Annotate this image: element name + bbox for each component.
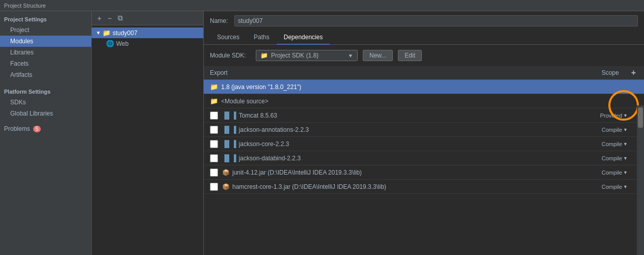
scope-dropdown-icon[interactable]: ▼	[623, 156, 628, 161]
scope-dropdown-icon[interactable]: ▼	[623, 170, 628, 175]
row-scope: Compile ▼	[587, 169, 628, 176]
title-bar: Project Structure	[0, 0, 644, 11]
library-icon: ▐▌▐	[222, 111, 236, 119]
row-text: jackson-databind-2.2.3	[239, 155, 587, 162]
tab-dependencies[interactable]: Dependencies	[277, 31, 330, 45]
sidebar-item-sdks[interactable]: SDKs	[0, 97, 91, 108]
tree-expand-arrow: ▼	[96, 30, 101, 36]
table-row[interactable]: 📦 hamcrest-core-1.3.jar (D:\IDEA\Intelli…	[204, 180, 644, 194]
new-button[interactable]: New...	[363, 50, 393, 61]
name-row: Name:	[204, 11, 644, 31]
tree-content: ▼ 📁 study007 🌐 Web	[92, 25, 203, 255]
tree-item-web[interactable]: 🌐 Web	[92, 38, 203, 49]
library-icon: ▐▌▐	[222, 140, 236, 148]
sidebar-item-global-libraries[interactable]: Global Libraries	[0, 108, 91, 119]
sdk-label: Module SDK:	[210, 52, 251, 59]
jar-icon: 📦	[222, 169, 230, 176]
table-row[interactable]: ▐▌▐ jackson-databind-2.2.3 Compile ▼	[204, 151, 644, 165]
web-icon: 🌐	[106, 40, 114, 47]
row-checkbox[interactable]	[210, 154, 218, 162]
scope-dropdown-icon[interactable]: ▼	[623, 113, 628, 118]
tree-remove-button[interactable]: −	[106, 14, 113, 23]
folder-icon: 📁	[210, 83, 218, 91]
row-checkbox[interactable]	[210, 168, 218, 177]
table-add-button[interactable]: +	[629, 68, 638, 77]
tree-add-button[interactable]: +	[96, 14, 103, 23]
tree-panel: + − ⧉ ▼ 📁 study007 🌐 Web	[92, 11, 204, 255]
jar-icon: 📦	[222, 183, 230, 190]
sidebar: Project Settings Project Modules Librari…	[0, 11, 92, 255]
tree-item-label: Web	[116, 40, 128, 47]
problems-label: Problems	[4, 125, 30, 132]
row-scope: Provided ▼	[587, 112, 628, 119]
table-row[interactable]: 📁 1.8 (java version "1.8.0_221")	[204, 80, 644, 94]
scrollbar-thumb[interactable]	[638, 107, 643, 128]
library-icon: ▐▌▐	[222, 154, 236, 162]
table-header: Export Scope +	[204, 66, 644, 80]
tree-toolbar: + − ⧉	[92, 11, 203, 25]
row-scope: Compile ▼	[587, 141, 628, 147]
tree-item-study007[interactable]: ▼ 📁 study007	[92, 27, 203, 38]
table-row[interactable]: ▐▌▐ jackson-core-2.2.3 Compile ▼	[204, 137, 644, 151]
row-scope: Compile ▼	[587, 184, 628, 190]
name-input[interactable]	[234, 15, 638, 26]
row-text: jackson-annotations-2.2.3	[239, 126, 587, 133]
platform-settings-label: Platform Settings	[0, 86, 91, 97]
module-icon: 📁	[102, 29, 111, 37]
row-text: Tomcat 8.5.63	[239, 112, 587, 119]
table-row[interactable]: ▐▌▐ Tomcat 8.5.63 Provided ▼	[204, 108, 644, 123]
project-settings-label: Project Settings	[0, 13, 91, 24]
row-checkbox[interactable]	[210, 111, 218, 120]
row-text: hamcrest-core-1.3.jar (D:\IDEA\IntelliJ …	[232, 183, 587, 190]
table-row[interactable]: 📁 <Module source>	[204, 94, 644, 108]
sdk-select-value: Project SDK (1.8)	[271, 52, 318, 59]
problems-badge: 5	[33, 126, 41, 132]
row-checkbox[interactable]	[210, 126, 218, 134]
sidebar-item-facets[interactable]: Facets	[0, 58, 91, 69]
name-label: Name:	[210, 17, 230, 24]
row-text: 1.8 (java version "1.8.0_221")	[221, 83, 638, 91]
content-panel: Name: Sources Paths Dependencies Module …	[204, 11, 644, 255]
row-scope: Compile ▼	[587, 127, 628, 133]
sidebar-item-libraries[interactable]: Libraries	[0, 47, 91, 58]
sdk-select[interactable]: 📁 Project SDK (1.8) ▼	[256, 50, 358, 61]
scrollbar[interactable]	[637, 105, 644, 255]
main-layout: Project Settings Project Modules Librari…	[0, 11, 644, 255]
scope-dropdown-icon[interactable]: ▼	[623, 141, 628, 147]
tree-item-label: study007	[113, 30, 138, 37]
row-checkbox[interactable]	[210, 140, 218, 148]
sidebar-item-modules[interactable]: Modules	[0, 36, 91, 47]
problems-item[interactable]: Problems 5	[0, 123, 91, 134]
row-checkbox[interactable]	[210, 183, 218, 191]
sdk-row: Module SDK: 📁 Project SDK (1.8) ▼ New...…	[204, 45, 644, 66]
table-row[interactable]: 📦 junit-4.12.jar (D:\IDEA\IntelliJ IDEA …	[204, 165, 644, 180]
tree-copy-button[interactable]: ⧉	[116, 13, 124, 23]
tabs-row: Sources Paths Dependencies	[204, 31, 644, 45]
table-row[interactable]: ▐▌▐ jackson-annotations-2.2.3 Compile ▼	[204, 123, 644, 137]
edit-button[interactable]: Edit	[398, 50, 422, 61]
table-body: 📁 1.8 (java version "1.8.0_221") 📁 <Modu…	[204, 80, 644, 255]
folder-icon: 📁	[260, 52, 268, 59]
scope-dropdown-icon[interactable]: ▼	[623, 127, 628, 132]
row-text: junit-4.12.jar (D:\IDEA\IntelliJ IDEA 20…	[232, 169, 587, 176]
sidebar-item-artifacts[interactable]: Artifacts	[0, 69, 91, 80]
title-text: Project Structure	[4, 3, 46, 9]
scope-column-header: Scope	[573, 69, 619, 76]
tab-paths[interactable]: Paths	[247, 31, 277, 45]
folder-icon: 📁	[210, 97, 218, 105]
library-icon: ▐▌▐	[222, 126, 236, 133]
export-column-header: Export	[210, 69, 573, 76]
row-scope: Compile ▼	[587, 155, 628, 161]
row-text: <Module source>	[221, 98, 638, 105]
row-text: jackson-core-2.2.3	[239, 140, 587, 148]
chevron-down-icon: ▼	[348, 53, 353, 59]
scope-dropdown-icon[interactable]: ▼	[623, 184, 628, 189]
sidebar-item-project[interactable]: Project	[0, 24, 91, 36]
tab-sources[interactable]: Sources	[210, 31, 247, 45]
